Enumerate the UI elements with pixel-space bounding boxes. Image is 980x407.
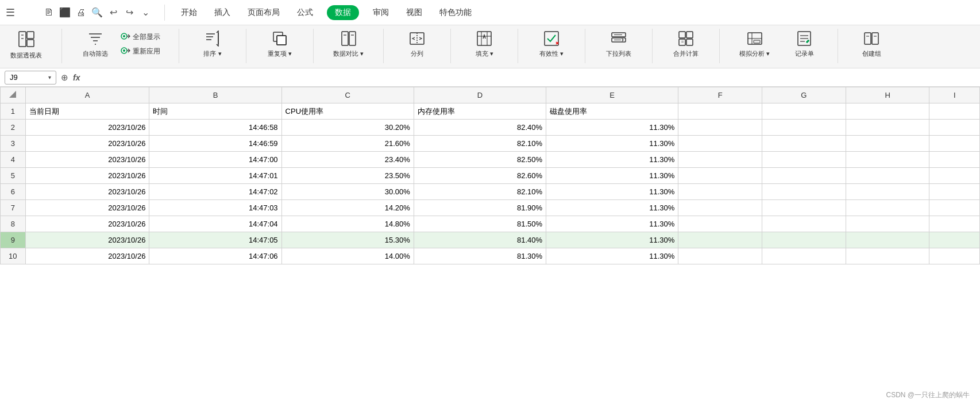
data-cell[interactable] bbox=[929, 136, 980, 152]
data-cell[interactable]: 11.30% bbox=[546, 120, 678, 136]
data-cell[interactable] bbox=[762, 152, 846, 168]
data-cell[interactable]: 14:47:03 bbox=[149, 200, 281, 216]
data-cell[interactable] bbox=[846, 200, 929, 216]
data-cell[interactable]: 14:47:06 bbox=[149, 248, 281, 264]
data-cell[interactable]: 82.10% bbox=[414, 184, 546, 200]
data-cell[interactable]: 11.30% bbox=[546, 216, 678, 232]
data-cell[interactable]: 2023/10/26 bbox=[25, 152, 149, 168]
data-cell[interactable] bbox=[762, 200, 846, 216]
data-cell[interactable]: 81.30% bbox=[414, 248, 546, 264]
data-cell[interactable]: 2023/10/26 bbox=[25, 168, 149, 184]
data-cell[interactable] bbox=[678, 200, 762, 216]
col-header-C[interactable]: C bbox=[281, 87, 414, 103]
data-cell[interactable]: 14:47:00 bbox=[149, 152, 281, 168]
data-cell[interactable] bbox=[846, 152, 929, 168]
data-cell[interactable] bbox=[762, 248, 846, 264]
data-cell[interactable]: 81.40% bbox=[414, 232, 546, 248]
data-cell[interactable]: 2023/10/26 bbox=[25, 216, 149, 232]
data-cell[interactable] bbox=[678, 216, 762, 232]
header-cell[interactable]: 内存使用率 bbox=[414, 103, 546, 120]
split-button[interactable]: 分列 bbox=[406, 29, 429, 60]
header-cell[interactable]: 时间 bbox=[149, 103, 281, 120]
header-cell[interactable]: 磁盘使用率 bbox=[546, 103, 678, 120]
cell-reference-box[interactable]: J9 ▾ bbox=[5, 71, 56, 85]
sort-button[interactable]: 排序 ▾ bbox=[200, 29, 225, 60]
reapply-button[interactable]: 重新应用 bbox=[118, 45, 163, 57]
redo-icon[interactable]: ↪ bbox=[123, 6, 136, 19]
data-cell[interactable] bbox=[762, 168, 846, 184]
data-cell[interactable] bbox=[678, 232, 762, 248]
menu-page-layout[interactable]: 页面布局 bbox=[244, 6, 283, 20]
menu-data[interactable]: 数据 bbox=[327, 5, 359, 20]
data-cell[interactable] bbox=[929, 120, 980, 136]
data-cell[interactable]: 11.30% bbox=[546, 184, 678, 200]
data-cell[interactable]: 15.30% bbox=[281, 232, 414, 248]
col-header-A[interactable]: A bbox=[25, 87, 149, 103]
data-cell[interactable]: 11.30% bbox=[546, 232, 678, 248]
data-cell[interactable]: 14:47:05 bbox=[149, 232, 281, 248]
data-cell[interactable]: 2023/10/26 bbox=[25, 184, 149, 200]
data-cell[interactable]: 11.30% bbox=[546, 200, 678, 216]
data-cell[interactable] bbox=[678, 136, 762, 152]
data-cell[interactable] bbox=[929, 184, 980, 200]
data-cell[interactable] bbox=[846, 248, 929, 264]
preview-icon[interactable]: 🔍 bbox=[91, 6, 103, 19]
col-header-G[interactable]: G bbox=[762, 87, 846, 103]
data-cell[interactable]: 2023/10/26 bbox=[25, 136, 149, 152]
undo-icon[interactable]: ↩ bbox=[107, 6, 119, 19]
show-all-button[interactable]: 全部显示 bbox=[118, 31, 163, 43]
menu-file[interactable] bbox=[25, 11, 32, 14]
data-cell[interactable] bbox=[846, 120, 929, 136]
data-cell[interactable] bbox=[846, 216, 929, 232]
data-cell[interactable] bbox=[678, 248, 762, 264]
data-cell[interactable]: 14.00% bbox=[281, 248, 414, 264]
create-group-button[interactable]: 创建组 bbox=[859, 29, 885, 60]
fill-button[interactable]: 填充 ▾ bbox=[472, 29, 497, 60]
data-cell[interactable] bbox=[929, 232, 980, 248]
data-cell[interactable] bbox=[929, 168, 980, 184]
data-cell[interactable] bbox=[929, 216, 980, 232]
merge-calc-button[interactable]: = 合并计算 bbox=[670, 29, 702, 60]
header-cell[interactable] bbox=[678, 103, 762, 120]
col-header-I[interactable]: I bbox=[929, 87, 980, 103]
data-cell[interactable] bbox=[678, 184, 762, 200]
data-cell[interactable] bbox=[762, 120, 846, 136]
data-cell[interactable]: 82.10% bbox=[414, 136, 546, 152]
autofilter-button[interactable]: 自动筛选 bbox=[79, 29, 111, 60]
data-cell[interactable]: 14:46:58 bbox=[149, 120, 281, 136]
data-cell[interactable] bbox=[762, 136, 846, 152]
data-cell[interactable] bbox=[846, 232, 929, 248]
dropdown-list-button[interactable]: 下拉列表 bbox=[603, 29, 635, 60]
data-cell[interactable] bbox=[929, 248, 980, 264]
hamburger-icon[interactable]: ☰ bbox=[6, 6, 15, 19]
data-cell[interactable] bbox=[678, 120, 762, 136]
data-cell[interactable] bbox=[762, 232, 846, 248]
data-cell[interactable]: 81.50% bbox=[414, 216, 546, 232]
formula-input[interactable] bbox=[84, 73, 975, 82]
data-cell[interactable] bbox=[678, 168, 762, 184]
data-cell[interactable]: 82.50% bbox=[414, 152, 546, 168]
data-cell[interactable] bbox=[762, 184, 846, 200]
col-header-B[interactable]: B bbox=[149, 87, 281, 103]
data-cell[interactable]: 82.40% bbox=[414, 120, 546, 136]
data-cell[interactable]: 11.30% bbox=[546, 136, 678, 152]
header-cell[interactable] bbox=[762, 103, 846, 120]
data-cell[interactable] bbox=[762, 216, 846, 232]
header-cell[interactable] bbox=[846, 103, 929, 120]
menu-view[interactable]: 视图 bbox=[403, 6, 426, 20]
data-cell[interactable] bbox=[929, 152, 980, 168]
validity-button[interactable]: 有效性 ▾ bbox=[536, 29, 567, 60]
data-cell[interactable]: 23.50% bbox=[281, 168, 414, 184]
print-icon[interactable]: 🖨 bbox=[75, 6, 87, 19]
data-cell[interactable]: 21.60% bbox=[281, 136, 414, 152]
dropdown-icon[interactable]: ⌄ bbox=[139, 6, 152, 19]
data-cell[interactable] bbox=[846, 168, 929, 184]
record-button[interactable]: 记录单 bbox=[792, 29, 817, 60]
data-cell[interactable]: 2023/10/26 bbox=[25, 120, 149, 136]
data-cell[interactable]: 81.90% bbox=[414, 200, 546, 216]
menu-insert[interactable]: 插入 bbox=[211, 6, 234, 20]
data-cell[interactable]: 11.30% bbox=[546, 168, 678, 184]
data-cell[interactable]: 2023/10/26 bbox=[25, 200, 149, 216]
col-header-E[interactable]: E bbox=[546, 87, 678, 103]
data-cell[interactable]: 2023/10/26 bbox=[25, 232, 149, 248]
